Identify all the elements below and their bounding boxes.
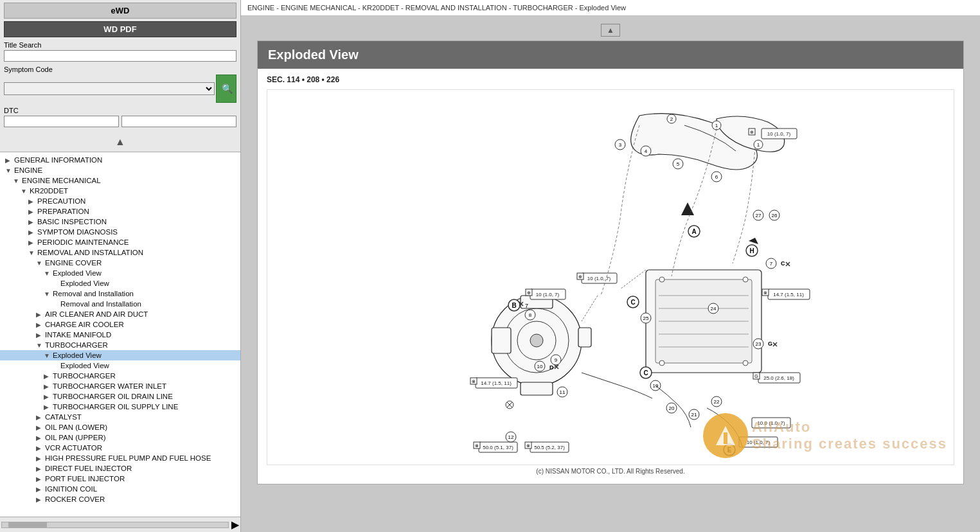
- page-title: Exploded View: [258, 41, 963, 69]
- collapse-sidebar-btn[interactable]: ▲: [4, 135, 236, 149]
- scroll-up-button[interactable]: ▲: [601, 24, 620, 37]
- dtc-row: [4, 116, 236, 131]
- tree-item-engine-cover[interactable]: ▼ENGINE COVER: [0, 258, 240, 268]
- wdpdf-button[interactable]: WD PDF: [4, 21, 236, 37]
- tree-item-oil-pan-lower[interactable]: ▶OIL PAN (LOWER): [0, 422, 240, 432]
- tree-item-high-pressure-fuel[interactable]: ▶HIGH PRESSURE FUEL PUMP AND FUEL HOSE: [0, 453, 240, 463]
- tree-label-turbocharger: TURBOCHARGER: [45, 341, 238, 349]
- tree-item-turbo-water[interactable]: ▶TURBOCHARGER WATER INLET: [0, 381, 240, 391]
- tree-item-periodic[interactable]: ▶PERIODIC MAINTENANCE: [0, 237, 240, 247]
- scroll-right-btn[interactable]: ▶: [231, 519, 239, 531]
- tree-item-removal-install-sub2[interactable]: Removal and Installation: [0, 299, 240, 309]
- tree-arrow-rocker-cover: ▶: [36, 496, 45, 503]
- svg-text:14.7 (1.5, 11): 14.7 (1.5, 11): [773, 292, 804, 297]
- svg-text:⊕: ⊕: [527, 290, 531, 295]
- symptom-code-select[interactable]: [4, 82, 215, 95]
- tree-arrow-high-pressure-fuel: ▶: [36, 455, 45, 462]
- sec-label: SEC. 114 • 208 • 226: [267, 75, 954, 84]
- svg-text:A: A: [691, 228, 696, 235]
- scrollbar-thumb[interactable]: [8, 522, 47, 528]
- svg-text:10 (1.0, 7): 10 (1.0, 7): [767, 131, 791, 137]
- tree-item-charge-air[interactable]: ▶CHARGE AIR COOLER: [0, 319, 240, 330]
- tree-label-turbo-main: TURBOCHARGER: [53, 372, 238, 380]
- svg-text:50.5 (5.2, 37): 50.5 (5.2, 37): [534, 445, 565, 450]
- tree-item-direct-injector[interactable]: ▶DIRECT FUEL INJECTOR: [0, 463, 240, 474]
- tree-item-catalyst[interactable]: ▶CATALYST: [0, 412, 240, 422]
- tree-arrow-ignition-coil: ▶: [36, 486, 45, 493]
- svg-text:B: B: [512, 302, 516, 309]
- title-search-label: Title Search: [4, 41, 236, 49]
- tree-item-ignition-coil[interactable]: ▶IGNITION COIL: [0, 484, 240, 494]
- svg-text:1: 1: [757, 142, 760, 148]
- tree-arrow-turbo-water: ▶: [44, 383, 53, 390]
- tree-arrow-removal-install-sub: ▼: [44, 290, 53, 297]
- tree-label-exploded-view-sub: Exploded View: [60, 279, 238, 287]
- sidebar-scrollbar-row: ▶: [0, 517, 240, 532]
- svg-text:H: H: [749, 247, 754, 254]
- tree-item-intake-manifold[interactable]: ▶INTAKE MANIFOLD: [0, 330, 240, 340]
- tree-arrow-kr20ddet: ▼: [21, 188, 30, 195]
- tree-item-exploded-view[interactable]: ▼Exploded View: [0, 268, 240, 278]
- tree-item-air-cleaner[interactable]: ▶AIR CLEANER AND AIR DUCT: [0, 309, 240, 319]
- svg-text:27: 27: [756, 213, 762, 218]
- dtc-input-2[interactable]: [121, 116, 236, 127]
- tree-label-charge-air: CHARGE AIR COOLER: [45, 321, 238, 328]
- svg-rect-14: [492, 328, 511, 353]
- dtc-input-1[interactable]: [4, 116, 119, 127]
- tree-item-kr20ddet[interactable]: ▼KR20DDET: [0, 186, 240, 196]
- tree-label-turbo-exploded: Exploded View: [53, 351, 238, 359]
- tree-label-turbo-exploded-sub: Exploded View: [60, 362, 238, 369]
- tree-label-kr20ddet: KR20DDET: [30, 187, 238, 195]
- search-section: Title Search Symptom Code 🔍 DTC: [4, 41, 236, 131]
- svg-text:G: G: [768, 341, 772, 347]
- search-button[interactable]: 🔍: [216, 75, 236, 103]
- tree-item-preparation[interactable]: ▶PREPARATION: [0, 206, 240, 217]
- tree-arrow-removal-install: ▼: [28, 249, 37, 256]
- tree-item-oil-pan-upper[interactable]: ▶OIL PAN (UPPER): [0, 432, 240, 443]
- tree-item-port-injector[interactable]: ▶PORT FUEL INJECTOR: [0, 474, 240, 484]
- tree-item-precaution[interactable]: ▶PRECAUTION: [0, 196, 240, 206]
- svg-text:26: 26: [772, 213, 778, 218]
- tree-arrow-exploded-view: ▼: [44, 270, 53, 277]
- svg-point-50: [659, 360, 664, 366]
- tree-item-engine[interactable]: ▼ENGINE: [0, 165, 240, 175]
- svg-text:7: 7: [525, 303, 528, 309]
- tree-label-intake-manifold: INTAKE MANIFOLD: [45, 331, 238, 339]
- svg-text:14.7 (1.5, 11): 14.7 (1.5, 11): [481, 380, 512, 386]
- tree-item-turbo-oil-drain[interactable]: ▶TURBOCHARGER OIL DRAIN LINE: [0, 391, 240, 402]
- title-search-input[interactable]: [4, 50, 236, 62]
- tree-item-removal-install-sub[interactable]: ▼Removal and Installation: [0, 288, 240, 299]
- tree-item-removal-install[interactable]: ▼REMOVAL AND INSTALLATION: [0, 247, 240, 258]
- tree-item-basic-insp[interactable]: ▶BASIC INSPECTION: [0, 217, 240, 227]
- tree-item-gen-info[interactable]: ▶GENERAL INFORMATION: [0, 155, 240, 165]
- tree-container: ▶GENERAL INFORMATION▼ENGINE▼ENGINE MECHA…: [0, 152, 240, 517]
- tree-item-vcr-actuator[interactable]: ▶VCR ACTUATOR: [0, 443, 240, 453]
- ewd-button[interactable]: eWD: [4, 3, 236, 19]
- tree-label-catalyst: CATALYST: [45, 413, 238, 421]
- tree-item-turbo-exploded[interactable]: ▼Exploded View: [0, 350, 240, 360]
- tree-item-rocker-cover[interactable]: ▶ROCKER COVER: [0, 494, 240, 504]
- tree-item-turbo-main[interactable]: ▶TURBOCHARGER: [0, 371, 240, 381]
- tree-label-gen-info: GENERAL INFORMATION: [14, 156, 238, 164]
- tree-arrow-oil-pan-lower: ▶: [36, 424, 45, 431]
- tree-item-turbocharger[interactable]: ▼TURBOCHARGER: [0, 340, 240, 350]
- tree-item-exploded-view-sub[interactable]: Exploded View: [0, 278, 240, 288]
- tree-label-turbo-oil-drain: TURBOCHARGER OIL DRAIN LINE: [53, 393, 238, 400]
- tree-item-turbo-exploded-sub[interactable]: Exploded View: [0, 360, 240, 371]
- diagram-area: text { font-family: Arial, sans-serif; }…: [267, 89, 954, 465]
- tree-label-engine-mech: ENGINE MECHANICAL: [22, 177, 238, 184]
- tree-item-engine-mech[interactable]: ▼ENGINE MECHANICAL: [0, 175, 240, 186]
- tree-item-symptom-diag[interactable]: ▶SYMPTOM DIAGNOSIS: [0, 227, 240, 237]
- tree-arrow-turbo-oil-drain: ▶: [44, 393, 53, 400]
- search-icon: 🔍: [222, 84, 233, 94]
- svg-text:⊗: ⊗: [763, 290, 767, 295]
- tree-arrow-intake-manifold: ▶: [36, 332, 45, 339]
- sidebar-top: eWD WD PDF Title Search Symptom Code 🔍 D…: [0, 0, 240, 152]
- svg-point-51: [743, 360, 748, 366]
- tree-arrow-turbocharger: ▼: [36, 342, 45, 349]
- svg-text:11: 11: [560, 389, 566, 395]
- tree-item-turbo-oil-supply[interactable]: ▶TURBOCHARGER OIL SUPPLY LINE: [0, 402, 240, 412]
- main-content: ENGINE - ENGINE MECHANICAL - KR20DDET - …: [241, 0, 980, 532]
- scrollbar-track[interactable]: [1, 522, 229, 528]
- svg-text:C: C: [630, 299, 635, 306]
